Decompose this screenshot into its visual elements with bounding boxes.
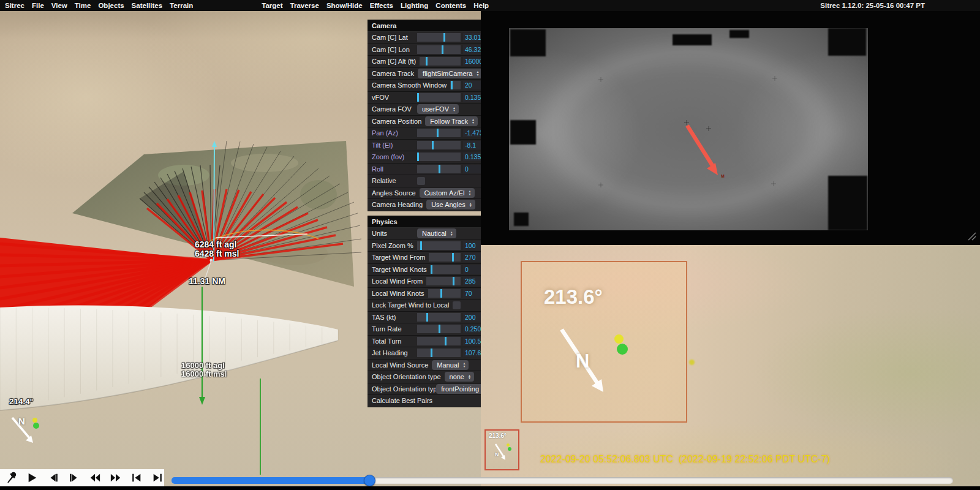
target-wind-knots-label: Target Wind Knots xyxy=(372,266,427,273)
menu-item-help[interactable]: Help xyxy=(473,2,489,9)
seek-slider-track[interactable] xyxy=(172,477,953,484)
slider-position-marker xyxy=(437,129,439,137)
relative-row: Relative xyxy=(368,175,491,187)
slider-position-marker xyxy=(440,289,442,298)
slider-position-marker xyxy=(451,81,453,89)
target-wind-from-slider[interactable] xyxy=(429,253,461,262)
tas-kt-slider[interactable] xyxy=(417,313,461,322)
camera-panel-header[interactable]: Camera xyxy=(368,20,491,32)
select-value: frontPointing xyxy=(441,385,479,393)
target-wind-knots-slider[interactable] xyxy=(431,265,461,274)
slider-position-marker xyxy=(417,93,419,102)
slider-position-marker xyxy=(452,253,454,262)
menu-item-traverse[interactable]: Traverse xyxy=(290,2,319,9)
roll-row: Roll0 xyxy=(368,164,491,176)
tas-kt-row: TAS (kt)200 xyxy=(368,312,491,324)
pixel-zoom-row: Pixel Zoom %100 xyxy=(368,240,491,252)
select-arrows-icon: ▲▼ xyxy=(476,70,479,76)
cam-c-alt-ft-slider[interactable] xyxy=(420,57,461,66)
tilt-el-slider[interactable] xyxy=(417,141,461,149)
camera-heading-select[interactable]: Use Angles▲▼ xyxy=(426,200,475,209)
mini-north-arrow-icon xyxy=(489,440,516,469)
jet-heading-slider[interactable] xyxy=(417,349,461,357)
ir-video-view[interactable]: M xyxy=(481,11,980,245)
menu-item-effects[interactable]: Effects xyxy=(370,2,393,9)
units-select[interactable]: Nautical▲▼ xyxy=(417,228,456,238)
target-video-view[interactable]: 213.6° N 213.6° N 2022-09-20 05:52:06.80… xyxy=(481,245,980,490)
menu-item-show-hide[interactable]: Show/Hide xyxy=(326,2,363,9)
mini-compass-view[interactable]: 213.6° N xyxy=(484,429,519,470)
target-wind-knots-row: Target Wind Knots0 xyxy=(368,264,491,276)
fast-forward-button[interactable] xyxy=(108,470,123,485)
timestamp-label: 2022-09-20 05:52:06.803 UTC (2022-09-19 … xyxy=(540,454,830,465)
menu-item-terrain[interactable]: Terrain xyxy=(170,2,193,9)
roll-slider[interactable] xyxy=(417,165,461,173)
seek-slider-knob[interactable] xyxy=(364,475,375,486)
camera-smooth-window-slider[interactable] xyxy=(450,81,461,89)
zoom-fov-row: Zoom (fov)0.13504 xyxy=(368,151,491,164)
target-north-label: N xyxy=(576,350,589,372)
menu-item-lighting[interactable]: Lighting xyxy=(401,2,428,9)
menu-item-satellites[interactable]: Satellites xyxy=(132,2,163,9)
pixel-zoom-slider[interactable] xyxy=(417,241,461,250)
pan-az-row: Pan (Az)-1.4730 xyxy=(368,127,491,140)
select-value: Custom Az/El xyxy=(424,189,465,197)
cam-c-lon-slider[interactable] xyxy=(417,45,461,54)
turn-rate-slider[interactable] xyxy=(417,325,461,333)
local-wind-knots-slider[interactable] xyxy=(428,289,461,298)
cam-c-alt-ft-row: Cam [C] Alt (ft)16000 xyxy=(368,56,491,68)
angles-source-select[interactable]: Custom Az/El▲▼ xyxy=(420,188,475,198)
play-button[interactable] xyxy=(25,470,39,485)
menu-group-left: SitrecFileViewTimeObjectsSatellitesTerra… xyxy=(0,2,193,9)
compass-north-label: N xyxy=(18,416,25,426)
total-turn-slider[interactable] xyxy=(417,337,461,345)
lock-target-wind-to-local-checkbox[interactable] xyxy=(453,301,461,309)
relative-label: Relative xyxy=(372,177,413,184)
zoom-fov-label: Zoom (fov) xyxy=(372,153,413,160)
slider-position-marker xyxy=(439,165,440,173)
calculate-best-pairs-label[interactable]: Calculate Best Pairs xyxy=(372,397,432,404)
physics-panel-header[interactable]: Physics xyxy=(368,216,491,228)
seek-slider-fill xyxy=(172,477,369,484)
jump-to-end-button[interactable] xyxy=(150,470,164,485)
target-dot-yellow xyxy=(32,418,37,423)
frame-forward-button[interactable] xyxy=(67,470,81,485)
frame-back-button[interactable] xyxy=(46,470,60,485)
pan-az-slider[interactable] xyxy=(417,129,461,137)
zoom-fov-slider[interactable] xyxy=(417,153,461,161)
jet-heading-label: Jet Heading xyxy=(372,349,413,356)
menu-item-file[interactable]: File xyxy=(32,2,44,9)
camera-fov-select[interactable]: userFOV▲▼ xyxy=(417,104,459,114)
select-arrows-icon: ▲▼ xyxy=(472,118,475,124)
camera-position-select[interactable]: Follow Track▲▼ xyxy=(425,116,478,126)
vfov-slider[interactable] xyxy=(417,93,461,102)
cam-c-lat-slider[interactable] xyxy=(417,33,461,42)
local-wind-source-select[interactable]: Manual▲▼ xyxy=(432,360,469,370)
tilt-el-label: Tilt (El) xyxy=(372,141,413,149)
camera-fov-label: Camera FOV xyxy=(372,105,413,113)
camera-track-select[interactable]: flightSimCamera▲▼ xyxy=(418,69,482,78)
local-wind-from-slider[interactable] xyxy=(426,277,461,285)
angles-source-row: Angles SourceCustom Az/El▲▼ xyxy=(368,187,491,200)
lock-target-wind-to-local-row: Lock Target Wind to Local xyxy=(368,300,491,312)
rewind-button[interactable] xyxy=(88,470,102,485)
pixel-zoom-label: Pixel Zoom % xyxy=(372,242,413,249)
menu-item-target[interactable]: Target xyxy=(262,2,282,9)
pin-button[interactable] xyxy=(4,470,18,485)
resize-handle-icon[interactable] xyxy=(966,230,977,241)
target-north-arrow-icon xyxy=(546,320,638,421)
object-orientation-type-select[interactable]: none▲▼ xyxy=(445,372,474,382)
slider-position-marker xyxy=(453,277,454,285)
relative-checkbox[interactable] xyxy=(417,177,425,185)
menu-item-contents[interactable]: Contents xyxy=(435,2,466,9)
menu-item-view[interactable]: View xyxy=(51,2,67,9)
select-arrows-icon: ▲▼ xyxy=(468,374,471,380)
menu-item-objects[interactable]: Objects xyxy=(98,2,124,9)
slider-position-marker xyxy=(445,337,447,345)
turn-rate-label: Turn Rate xyxy=(372,325,413,333)
select-value: userFOV xyxy=(422,105,449,113)
jump-to-start-button[interactable] xyxy=(129,470,143,485)
menu-item-time[interactable]: Time xyxy=(75,2,91,9)
menu-item-sitrec[interactable]: Sitrec xyxy=(5,2,24,9)
mini-dot-yellow xyxy=(507,443,510,447)
